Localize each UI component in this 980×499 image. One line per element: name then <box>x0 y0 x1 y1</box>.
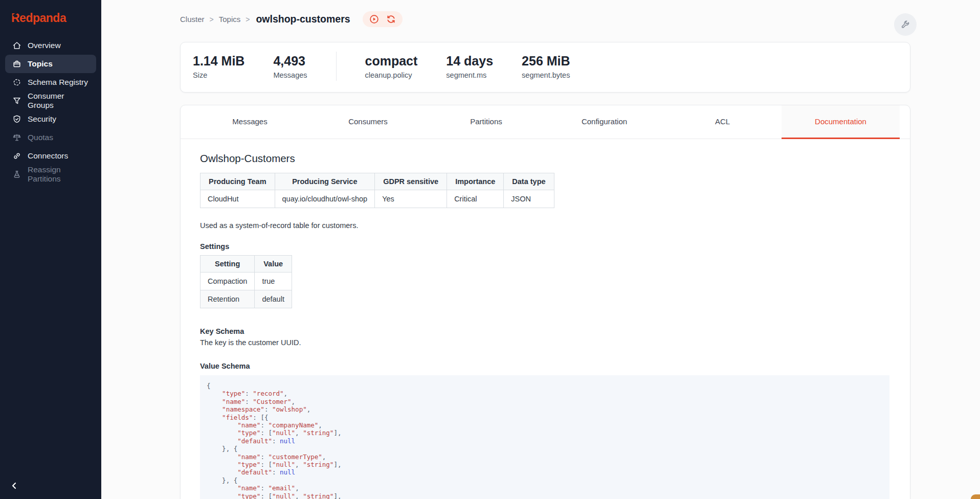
tab-partitions[interactable]: Partitions <box>427 105 545 139</box>
table-cell: Yes <box>375 190 447 208</box>
tab-bar: Messages Consumers Partitions Configurat… <box>181 105 910 139</box>
table-header-cell: Setting <box>201 256 255 273</box>
table-row: Compactiontrue <box>201 273 292 290</box>
topic-detail-card: Messages Consumers Partitions Configurat… <box>180 105 910 499</box>
home-icon <box>12 41 21 50</box>
stats-divider <box>336 52 337 81</box>
chevron-left-icon <box>10 482 18 490</box>
sidebar-item-label: Connectors <box>28 151 68 161</box>
value-schema-code: { "type": "record", "name": "Customer", … <box>200 375 889 499</box>
table-header-cell: GDPR sensitive <box>375 173 447 190</box>
table-row: Retentiondefault <box>201 290 292 308</box>
consumer-groups-icon <box>12 96 21 105</box>
table-cell: true <box>255 273 292 290</box>
chat-widget-corner[interactable] <box>971 494 980 499</box>
security-shield-icon <box>12 115 21 124</box>
logo-text: Redpanda <box>11 11 66 25</box>
reassign-partitions-icon <box>12 170 21 179</box>
page-title: owlshop-customers <box>256 13 350 25</box>
doc-title: Owlshop-Customers <box>200 152 888 165</box>
page-header: Cluster > Topics > owlshop-customers <box>180 0 910 36</box>
topic-actions-pill <box>363 11 403 27</box>
breadcrumb-separator: > <box>210 15 214 24</box>
breadcrumb-topics[interactable]: Topics <box>219 15 241 24</box>
schema-registry-icon <box>12 78 21 87</box>
sidebar-item-topics[interactable]: Topics <box>5 55 96 73</box>
tab-acl[interactable]: ACL <box>663 105 782 139</box>
stat-label: segment.bytes <box>522 71 570 79</box>
table-cell: Retention <box>201 290 255 308</box>
table-cell: JSON <box>504 190 554 208</box>
main-area: Cluster > Topics > owlshop-customers <box>101 0 980 499</box>
stat-value: 1.14 MiB <box>193 53 244 69</box>
stat-label: Size <box>193 71 244 79</box>
redpanda-logo[interactable]: Redpanda <box>11 11 101 25</box>
sidebar-item-quotas[interactable]: Quotas <box>5 128 96 147</box>
tab-consumers[interactable]: Consumers <box>309 105 427 139</box>
settings-table: SettingValue CompactiontrueRetentiondefa… <box>200 255 292 308</box>
doc-description: Used as a system-of-record table for cus… <box>200 221 888 230</box>
stat-label: Messages <box>273 71 307 79</box>
tab-documentation[interactable]: Documentation <box>782 105 900 139</box>
sidebar-nav: Overview Topics Schema Registry Consumer… <box>0 36 101 184</box>
table-cell: quay.io/cloudhut/owl-shop <box>275 190 375 208</box>
sidebar-item-schema-registry[interactable]: Schema Registry <box>5 73 96 92</box>
table-header-cell: Importance <box>447 173 504 190</box>
sidebar-item-label: Overview <box>28 41 61 50</box>
wrench-icon <box>900 19 910 30</box>
stat-cleanup-policy: compact cleanup.policy <box>365 53 418 79</box>
sidebar-item-consumer-groups[interactable]: Consumer Groups <box>5 92 96 110</box>
sidebar-item-security[interactable]: Security <box>5 110 96 128</box>
settings-heading: Settings <box>200 242 888 251</box>
topic-stats-card: 1.14 MiB Size 4,493 Messages compact cle… <box>180 42 910 93</box>
table-header-cell: Producing Team <box>201 173 275 190</box>
admin-tools-button[interactable] <box>894 13 917 36</box>
connectors-link-icon <box>12 151 21 161</box>
sidebar: Redpanda Overview Topics Schema Registry <box>0 0 101 499</box>
sidebar-item-label: Quotas <box>28 133 53 142</box>
stat-value: 256 MiB <box>522 53 570 69</box>
table-header-cell: Data type <box>504 173 554 190</box>
refresh-icon[interactable] <box>386 14 396 24</box>
stat-segment-ms: 14 days segment.ms <box>446 53 493 79</box>
stat-messages: 4,493 Messages <box>273 53 307 79</box>
sidebar-item-label: Topics <box>28 59 53 69</box>
table-cell: Critical <box>447 190 504 208</box>
table-row: CloudHutquay.io/cloudhut/owl-shopYesCrit… <box>201 190 554 208</box>
stat-value: 4,493 <box>273 53 307 69</box>
sidebar-item-overview[interactable]: Overview <box>5 36 96 55</box>
topics-icon <box>12 59 21 69</box>
stat-label: segment.ms <box>446 71 493 79</box>
stat-segment-bytes: 256 MiB segment.bytes <box>522 53 570 79</box>
sidebar-item-reassign-partitions[interactable]: Reassign Partitions <box>5 165 96 184</box>
value-schema-heading: Value Schema <box>200 362 888 370</box>
table-header-row: Producing TeamProducing ServiceGDPR sens… <box>201 173 554 190</box>
stat-label: cleanup.policy <box>365 71 418 79</box>
table-cell: Compaction <box>201 273 255 290</box>
stat-size: 1.14 MiB Size <box>193 53 244 79</box>
tab-configuration[interactable]: Configuration <box>545 105 663 139</box>
breadcrumb-separator: > <box>246 15 250 24</box>
sidebar-item-connectors[interactable]: Connectors <box>5 147 96 165</box>
breadcrumb-cluster[interactable]: Cluster <box>180 15 205 24</box>
documentation-content: Owlshop-Customers Producing TeamProducin… <box>181 139 910 499</box>
play-circle-icon[interactable] <box>369 14 379 24</box>
sidebar-collapse-button[interactable] <box>7 479 21 493</box>
stat-value: 14 days <box>446 53 493 69</box>
breadcrumb: Cluster > Topics > owlshop-customers <box>180 11 910 27</box>
tab-messages[interactable]: Messages <box>191 105 309 139</box>
quotas-scales-icon <box>12 133 21 142</box>
sidebar-item-label: Consumer Groups <box>28 92 89 110</box>
key-schema-text: The key is the customer UUID. <box>200 338 888 347</box>
table-cell: default <box>255 290 292 308</box>
table-header-row: SettingValue <box>201 256 292 273</box>
stat-value: compact <box>365 53 418 69</box>
sidebar-item-label: Security <box>28 115 56 124</box>
table-header-cell: Producing Service <box>275 173 375 190</box>
topic-info-table: Producing TeamProducing ServiceGDPR sens… <box>200 173 554 208</box>
sidebar-item-label: Schema Registry <box>28 78 88 87</box>
sidebar-item-label: Reassign Partitions <box>28 165 89 184</box>
key-schema-heading: Key Schema <box>200 327 888 335</box>
table-header-cell: Value <box>255 256 292 273</box>
table-cell: CloudHut <box>201 190 275 208</box>
